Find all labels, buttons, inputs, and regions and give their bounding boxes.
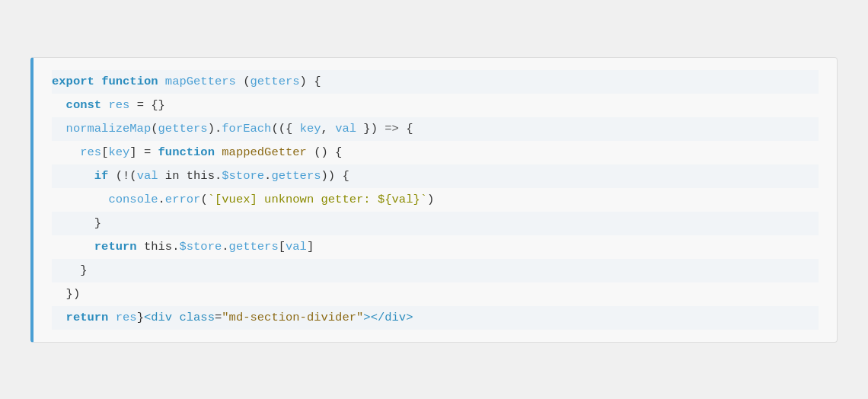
code-line: normalizeMap(getters).forEach(({ key, va… — [52, 117, 819, 141]
code-token: ( — [151, 122, 158, 136]
code-line: } — [52, 259, 819, 282]
code-token: { — [399, 122, 413, 136]
code-token: }) — [66, 287, 81, 301]
code-token: this. — [144, 240, 180, 254]
code-token: (!( — [116, 169, 137, 183]
code-token: res — [116, 311, 137, 324]
code-token: . — [264, 169, 271, 183]
code-token: this. — [187, 169, 222, 183]
code-line: export function mapGetters (getters) { — [52, 70, 819, 94]
code-token: return — [94, 240, 144, 254]
code-token: key — [108, 145, 129, 159]
code-token: [ — [279, 240, 286, 254]
code-token: class — [179, 311, 215, 324]
code-token: . — [158, 193, 165, 206]
code-token: forEach — [222, 122, 271, 136]
code-token: ) — [427, 193, 434, 206]
code-token: } — [137, 311, 144, 324]
code-line: const res = {} — [52, 94, 819, 117]
code-token: in — [158, 169, 187, 183]
code-line: console.error(`[vuex] unknown getter: ${… — [52, 188, 819, 212]
code-token: return — [66, 311, 116, 324]
code-line: if (!(val in this.$store.getters)) { — [52, 164, 819, 188]
code-token: > — [363, 311, 370, 324]
code-token: ) { — [300, 75, 321, 88]
code-token: mappedGetter — [222, 145, 307, 159]
code-token: error — [165, 193, 201, 206]
code-line: }) — [52, 282, 819, 306]
code-token: getters — [158, 122, 208, 136]
code-token: => — [385, 122, 399, 136]
code-token: getters — [250, 75, 299, 88]
code-token: ] = — [129, 145, 158, 159]
code-token: = — [215, 311, 222, 324]
code-token: normalizeMap — [66, 122, 152, 136]
code-token: = {} — [129, 98, 165, 112]
code-token: res — [80, 145, 101, 159]
code-token: ( — [200, 193, 207, 206]
code-token: } — [94, 216, 101, 230]
code-line: return this.$store.getters[val] — [52, 235, 819, 259]
code-token: </div> — [371, 311, 413, 324]
code-token: } — [80, 263, 87, 277]
code-token: console — [108, 193, 158, 206]
code-line: res[key] = function mappedGetter () { — [52, 141, 819, 164]
code-token: (( — [271, 122, 286, 136]
code-token: ) — [371, 122, 385, 136]
code-line: } — [52, 212, 819, 235]
code-token: export — [52, 75, 101, 88]
code-token: ). — [208, 122, 222, 136]
code-block: export function mapGetters (getters) { c… — [34, 58, 837, 342]
code-token: } — [356, 122, 371, 136]
code-token: ] — [307, 240, 314, 254]
code-token: , — [321, 122, 336, 136]
code-token: )) { — [321, 169, 349, 183]
code-token: getters — [271, 169, 321, 183]
code-token: $store — [222, 169, 264, 183]
code-container: export function mapGetters (getters) { c… — [30, 57, 838, 343]
code-token: val — [335, 122, 356, 136]
code-line: return res}<div class="md-section-divide… — [52, 306, 819, 330]
code-token: () { — [307, 145, 343, 159]
code-token: "md-section-divider" — [222, 311, 363, 324]
code-token: $store — [179, 240, 222, 254]
code-token: <div — [144, 311, 180, 324]
code-token: const — [66, 98, 109, 112]
code-token: . — [222, 240, 228, 254]
code-token: function — [101, 75, 165, 88]
code-token: getters — [229, 240, 279, 254]
code-token: res — [108, 98, 129, 112]
code-token: key — [300, 122, 321, 136]
code-token: val — [286, 240, 307, 254]
code-token: ( — [236, 75, 251, 88]
code-token: mapGetters — [165, 75, 236, 88]
code-token: if — [94, 169, 116, 183]
code-token: val — [137, 169, 158, 183]
code-token: `[vuex] unknown getter: ${val}` — [208, 193, 427, 206]
code-token: { — [286, 122, 300, 136]
code-token: function — [158, 145, 222, 159]
